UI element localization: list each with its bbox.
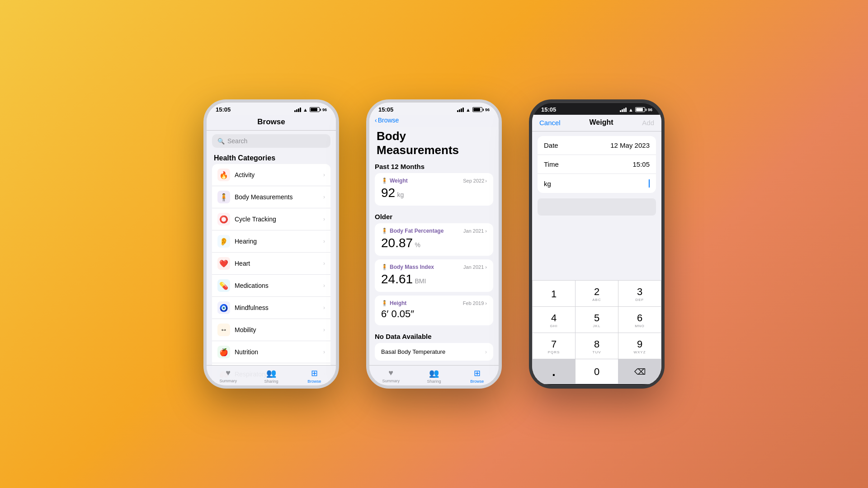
status-icons-3: ▲ 96 [620, 107, 652, 113]
tab-sharing-label-1: Sharing [264, 379, 278, 384]
phone-body-measurements: 15:05 ▲ 96 ‹ Browse Body Measurements Pa… [366, 99, 502, 389]
numpad-key-dot[interactable]: . [533, 359, 575, 384]
tab-sharing-1[interactable]: 👥 Sharing [250, 368, 292, 384]
tab-browse-label-1: Browse [307, 379, 321, 384]
back-label: Browse [378, 117, 399, 124]
time-row[interactable]: Time 15:05 [538, 155, 656, 174]
numpad-key-6[interactable]: 6 MNO [618, 307, 661, 333]
body-fat-name: 🧍 Body Fat Percentage [381, 228, 443, 234]
date-value: 12 May 2023 [610, 141, 650, 149]
tab-summary-label-2: Summary [382, 379, 400, 383]
metric-body-fat[interactable]: 🧍 Body Fat Percentage Jan 2021 › 20.87 % [375, 223, 493, 256]
kg-row[interactable]: kg [538, 174, 656, 193]
kg-label: kg [544, 180, 647, 188]
status-bar-1: 15:05 ▲ 96 [207, 103, 336, 115]
numpad-key-5[interactable]: 5 JKL [576, 307, 618, 333]
category-label-mobility: Mobility [235, 326, 319, 333]
numpad-key-1[interactable]: 1 [533, 281, 575, 306]
back-bar: ‹ Browse [369, 115, 499, 127]
chevron-icon-nutrition: › [323, 349, 325, 355]
person-icon-weight: 🧍 [381, 178, 388, 184]
summary-tab-icon: ♥ [226, 368, 231, 378]
battery-icon [310, 107, 320, 112]
mindfulness-icon: 🧿 [217, 301, 230, 314]
numpad: 1 2 ABC 3 DEF 4 GHI 5 JKL 6 MNO [532, 280, 661, 384]
phone-browse: 15:05 ▲ 96 Browse 🔍 Search Health Catego… [203, 99, 339, 389]
search-icon: 🔍 [217, 138, 225, 145]
chevron-icon-mobility: › [323, 327, 325, 333]
height-name: 🧍 Height [381, 300, 406, 306]
category-item-mindfulness[interactable]: 🧿 Mindfulness › [212, 297, 330, 319]
tab-browse-2[interactable]: ⊞ Browse [456, 368, 499, 384]
numpad-key-9[interactable]: 9 WXYZ [618, 333, 661, 359]
height-value: 6′ 0.05″ [381, 308, 487, 320]
time-value: 15:05 [632, 160, 650, 168]
body-fat-value: 20.87 % [381, 236, 487, 250]
tab-bar-1: ♥ Summary 👥 Sharing ⊞ Browse [207, 365, 336, 385]
tab-summary-1[interactable]: ♥ Summary [207, 368, 250, 384]
weight-form: Date 12 May 2023 Time 15:05 kg [538, 136, 656, 193]
status-icons-2: ▲ 96 [457, 107, 490, 113]
chevron-icon-activity: › [323, 172, 325, 178]
browse-screen: Browse 🔍 Search Health Categories 🔥 Acti… [207, 115, 336, 384]
tab-summary-2[interactable]: ♥ Summary [369, 368, 412, 384]
back-button[interactable]: ‹ Browse [375, 117, 493, 124]
picker-bar [538, 198, 656, 216]
search-bar[interactable]: 🔍 Search [212, 134, 330, 148]
cancel-button[interactable]: Cancel [539, 119, 561, 127]
nodata-basal[interactable]: Basal Body Temperature › [375, 343, 493, 361]
category-item-heart[interactable]: ❤️ Heart › [212, 253, 330, 275]
category-label-mindfulness: Mindfulness [235, 304, 319, 311]
numpad-key-3[interactable]: 3 DEF [618, 281, 661, 306]
metric-height[interactable]: 🧍 Height Feb 2019 › 6′ 0.05″ [375, 296, 493, 325]
chevron-icon-meds: › [323, 282, 325, 289]
activity-icon: 🔥 [217, 169, 230, 181]
status-icons-1: ▲ 96 [294, 107, 327, 113]
category-item-activity[interactable]: 🔥 Activity › [212, 164, 330, 186]
category-item-mobility[interactable]: ↔️ Mobility › [212, 319, 330, 341]
battery-icon-2 [472, 107, 482, 112]
category-item-nutrition[interactable]: 🍎 Nutrition › [212, 341, 330, 363]
category-list: 🔥 Activity › 🧍 Body Measurements › ⭕ Cyc… [212, 164, 330, 384]
backspace-icon: ⌫ [634, 367, 646, 377]
numpad-key-backspace[interactable]: ⌫ [618, 359, 661, 384]
bmi-value: 24.61 BMI [381, 272, 487, 286]
category-item-body[interactable]: 🧍 Body Measurements › [212, 186, 330, 208]
category-item-hearing[interactable]: 👂 Hearing › [212, 230, 330, 253]
numpad-key-4[interactable]: 4 GHI [533, 307, 575, 333]
body-measurements-screen: ‹ Browse Body Measurements Past 12 Month… [369, 115, 499, 384]
text-cursor [649, 179, 650, 188]
battery-label-3: 96 [648, 108, 652, 112]
add-button[interactable]: Add [642, 119, 654, 127]
nutrition-icon: 🍎 [217, 346, 230, 358]
bmi-name: 🧍 Body Mass Index [381, 264, 434, 270]
metric-weight[interactable]: 🧍 Weight Sep 2022 › 92 kg [375, 173, 493, 206]
tab-sharing-2[interactable]: 👥 Sharing [412, 368, 455, 384]
status-time-1: 15:05 [216, 106, 231, 113]
body-fat-date: Jan 2021 › [463, 228, 487, 234]
chevron-icon-heart: › [323, 260, 325, 267]
status-bar-2: 15:05 ▲ 96 [369, 103, 499, 115]
numpad-key-0[interactable]: 0 [576, 359, 618, 384]
tab-browse-label-2: Browse [470, 379, 484, 384]
battery-label-2: 96 [485, 108, 490, 112]
section-header-categories: Health Categories [207, 151, 336, 164]
numpad-key-7[interactable]: 7 PQRS [533, 333, 575, 359]
page-title-body: Body Measurements [369, 127, 499, 159]
date-row[interactable]: Date 12 May 2023 [538, 136, 656, 155]
tab-summary-label-1: Summary [219, 379, 237, 383]
person-icon-height: 🧍 [381, 300, 388, 306]
heart-icon: ❤️ [217, 257, 230, 270]
category-label-heart: Heart [235, 260, 319, 267]
category-item-cycle[interactable]: ⭕ Cycle Tracking › [212, 208, 330, 230]
nav-title-1: Browse [257, 117, 285, 126]
tab-browse-1[interactable]: ⊞ Browse [293, 368, 336, 384]
status-time-2: 15:05 [378, 106, 393, 113]
numpad-key-8[interactable]: 8 TUV [576, 333, 618, 359]
section-past: Past 12 Months [375, 159, 493, 173]
numpad-key-2[interactable]: 2 ABC [576, 281, 618, 306]
category-label-nutrition: Nutrition [235, 348, 319, 356]
category-item-meds[interactable]: 💊 Medications › [212, 275, 330, 297]
body-icon: 🧍 [217, 191, 230, 203]
metric-bmi[interactable]: 🧍 Body Mass Index Jan 2021 › 24.61 BMI [375, 259, 493, 292]
